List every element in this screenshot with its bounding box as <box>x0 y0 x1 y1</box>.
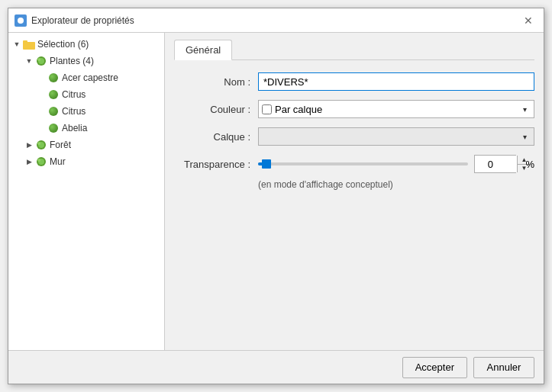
tree-item-citrus2[interactable]: ▶ Citrus <box>8 103 164 120</box>
tree-panel: ▼ Sélection (6) ▼ <box>8 33 165 350</box>
calque-label: Calque : <box>174 131 258 143</box>
couleur-select[interactable]: Par calque ▾ <box>258 100 534 118</box>
transparence-spinner: ▲ ▼ <box>474 155 516 173</box>
foret-icon <box>35 139 47 151</box>
transparence-label: Transparence : <box>174 159 258 170</box>
couleur-label: Couleur : <box>174 104 258 115</box>
tree-plantes-label: Plantes (4) <box>50 56 94 66</box>
plantes-icon <box>35 55 47 67</box>
tree-abelia-label: Abelia <box>62 123 87 133</box>
main-content: ▼ Sélection (6) ▼ <box>8 33 544 350</box>
nom-label: Nom : <box>174 76 258 88</box>
citrus2-icon <box>47 105 60 117</box>
root-folder-icon <box>23 38 35 50</box>
abelia-icon <box>47 122 60 134</box>
par-calque-checkbox-label[interactable]: Par calque <box>262 104 322 115</box>
expand-mur-icon: ▶ <box>24 156 34 167</box>
calque-row: Calque : ▾ <box>174 127 534 146</box>
svg-rect-3 <box>23 40 27 43</box>
tree-item-mur[interactable]: ▶ Mur <box>8 153 164 170</box>
tab-general[interactable]: Général <box>174 40 232 60</box>
tree-citrus2-label: Citrus <box>62 106 86 117</box>
tree-citrus1-label: Citrus <box>62 89 86 100</box>
transparence-input[interactable] <box>475 156 517 172</box>
tree-foret-label: Forêt <box>50 140 71 150</box>
tab-bar: Général <box>174 39 534 60</box>
transparence-row: Transparence : ▲ ▼ <box>174 155 534 173</box>
accept-button[interactable]: Accepter <box>402 357 467 378</box>
svg-point-12 <box>37 159 40 162</box>
app-icon <box>15 14 27 27</box>
calque-control: ▾ <box>258 127 534 146</box>
couleur-control: Par calque ▾ <box>258 100 534 118</box>
nom-row: Nom : <box>174 72 534 91</box>
expand-root-icon: ▼ <box>11 39 22 50</box>
hint-text: (en mode d'affichage conceptuel) <box>258 179 534 190</box>
svg-point-1 <box>18 18 24 24</box>
transparence-slider-track[interactable] <box>258 162 468 165</box>
transparence-slider-thumb[interactable] <box>262 159 271 169</box>
footer: Accepter Annuler <box>8 350 544 384</box>
calque-select[interactable]: ▾ <box>258 127 534 146</box>
citrus1-icon <box>47 88 60 101</box>
acer-icon <box>47 72 60 84</box>
right-panel: Général Nom : Couleur : <box>165 33 544 350</box>
par-calque-text: Par calque <box>275 104 322 115</box>
tree-item-abelia[interactable]: ▶ Abelia <box>8 120 164 137</box>
transparence-slider-container: ▲ ▼ % <box>258 155 534 173</box>
tree-root[interactable]: ▼ Sélection (6) <box>8 36 164 53</box>
mur-icon <box>35 156 47 168</box>
tree-item-foret[interactable]: ▶ Forêt <box>8 137 164 153</box>
expand-plantes-icon: ▼ <box>24 56 34 66</box>
tree-item-plantes[interactable]: ▼ Plantes (4) <box>8 53 164 69</box>
tree-root-label: Sélection (6) <box>37 39 89 50</box>
svg-point-6 <box>37 58 40 61</box>
tree-item-citrus1[interactable]: ▶ Citrus <box>8 86 164 103</box>
title-bar: Explorateur de propriétés ✕ <box>8 8 544 33</box>
dialog-title: Explorateur de propriétés <box>31 15 134 26</box>
tree-acer-label: Acer capestre <box>62 72 118 83</box>
expand-foret-icon: ▶ <box>24 140 34 150</box>
form-content: Nom : Couleur : Par calque <box>174 72 534 344</box>
calque-chevron-icon: ▾ <box>518 130 531 143</box>
svg-point-9 <box>37 142 40 145</box>
properties-dialog: Explorateur de propriétés ✕ ▼ Sélection … <box>8 8 544 384</box>
close-button[interactable]: ✕ <box>519 11 537 30</box>
nom-input[interactable] <box>258 72 534 91</box>
percent-label: % <box>525 159 534 170</box>
tree-item-acer[interactable]: ▶ Acer capestre <box>8 69 164 86</box>
par-calque-checkbox[interactable] <box>262 104 272 114</box>
tree-mur-label: Mur <box>50 156 66 167</box>
nom-control <box>258 72 534 91</box>
title-bar-left: Explorateur de propriétés <box>15 14 134 27</box>
cancel-button[interactable]: Annuler <box>473 357 534 378</box>
couleur-chevron-icon: ▾ <box>518 103 531 115</box>
couleur-row: Couleur : Par calque ▾ <box>174 100 534 118</box>
